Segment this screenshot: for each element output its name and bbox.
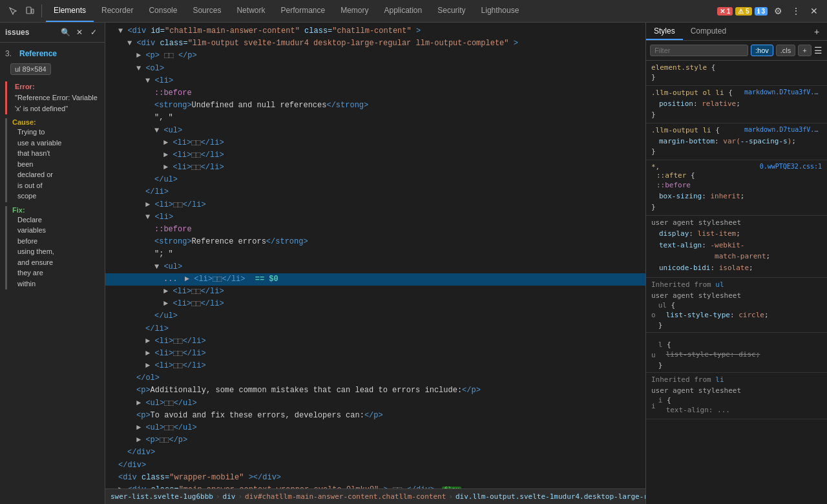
style-selector[interactable]: .llm-output li { [651, 126, 720, 134]
dom-line[interactable]: ► <p> ⬚⬚ </p> [105, 50, 645, 62]
style-property[interactable]: list-style-type: disc; [658, 349, 760, 361]
styles-content: element.style { } .llm-output ol li { ma… [646, 61, 827, 504]
dom-line[interactable]: ► <li>⬚⬚</li> [105, 149, 645, 162]
dom-line[interactable]: <strong>Undefined and null references</s… [105, 100, 645, 112]
dom-line[interactable]: ► <ul>⬚⬚</ul> [105, 397, 645, 410]
inherited-indicator-u: u [651, 351, 656, 359]
error-badge: ✕ 1 [717, 7, 733, 16]
tab-memory[interactable]: Memory [333, 0, 376, 22]
dom-line[interactable]: ► <li>⬚⬚</li> [105, 348, 645, 360]
tab-performance[interactable]: Performance [273, 0, 333, 22]
dom-line: ::before [105, 87, 645, 100]
dom-line[interactable]: ▼ <div id="chatllm-main-answer-content" … [105, 25, 645, 37]
dom-line: </ol> [105, 372, 645, 384]
dom-line[interactable]: <div class="wrapper-mobile" ></div> [105, 472, 645, 484]
style-rule: user agent stylesheet i i { text-align: … [646, 384, 827, 420]
styles-filter-input[interactable] [650, 45, 748, 56]
tab-sources[interactable]: Sources [185, 0, 229, 22]
breadcrumb-item[interactable]: div#chatllm-main-answer-content.chatllm-… [245, 492, 446, 501]
style-property[interactable]: text-align: ... [658, 404, 730, 417]
devtools-toolbar: Elements Recorder Console Sources Networ… [0, 0, 827, 23]
issues-toolbar: issues 🔍 ✕ ✓ [0, 23, 105, 43]
dom-selected-line[interactable]: ... ► <li>⬚⬚</li> == $0 [105, 273, 645, 286]
dom-line[interactable]: ▼ <div class="llm-output svelte-1mudur4 … [105, 37, 645, 50]
style-property[interactable]: display: list-item; [651, 228, 822, 240]
issues-title: issues [5, 28, 29, 37]
issue-header[interactable]: Reference [14, 48, 62, 59]
style-selector[interactable]: .llm-output ol li { [651, 89, 733, 97]
settings-button[interactable]: ⚙ [770, 3, 786, 19]
dom-line[interactable]: ► <li>⬚⬚</li> [105, 360, 645, 372]
dom-line[interactable]: ► <li>⬚⬚</li> [105, 286, 645, 298]
style-property[interactable]: margin-bottom: var(--spacing-s); [651, 136, 822, 148]
style-source[interactable]: 0.wwPTQE32.css:1 [760, 163, 822, 181]
pseudo-filter-button[interactable]: :hov [751, 45, 773, 56]
style-rule-inherited: u l { list-style-type: disc; } [646, 335, 827, 373]
dom-line[interactable]: ► <li>⬚⬚</li> [105, 335, 645, 348]
fix-text: Declarevariablesbeforeusing them,and ens… [12, 214, 105, 290]
style-rule: user agent stylesheet display: list-item… [646, 216, 827, 278]
style-source[interactable]: markdown.D7tua3fV.css… [744, 89, 822, 98]
search-issues-button[interactable]: 🔍 [59, 26, 71, 38]
dom-line[interactable]: ▼ <ol> [105, 63, 645, 75]
style-rule: .llm-output li { markdown.D7tua3fV.css… … [646, 123, 827, 161]
tab-network[interactable]: Network [229, 0, 273, 22]
style-source[interactable]: markdown.D7tua3fV.css… [744, 126, 822, 136]
breadcrumb-item[interactable]: swer-list.svelte-1ug6bbb [110, 492, 213, 501]
dom-line[interactable]: ► <li>⬚⬚</li> [105, 162, 645, 174]
check-issues-button[interactable]: ✓ [88, 26, 99, 38]
inspect-element-button[interactable] [5, 3, 21, 19]
dom-line[interactable]: <p>To avoid and fix these errors, develo… [105, 410, 645, 422]
class-filter-button[interactable]: .cls [776, 45, 796, 56]
dom-line[interactable]: ► <p>⬚⬚</p> [105, 434, 645, 446]
close-issues-button[interactable]: ✕ [74, 26, 85, 38]
inherited-from-li: Inherited from li [646, 373, 827, 384]
tab-console[interactable]: Console [141, 0, 185, 22]
breadcrumb-item[interactable]: div.llm-output.svelte-1mudur4.desktop-la… [455, 492, 645, 501]
dom-line[interactable]: ► <li>⬚⬚</li> [105, 199, 645, 211]
inherited-block-u: l { list-style-type: disc; } [658, 341, 760, 370]
dom-line[interactable]: ► <li>⬚⬚</li> [105, 298, 645, 310]
dom-line[interactable]: ▼ <li> [105, 211, 645, 224]
dom-line[interactable]: ▼ <ul> [105, 125, 645, 137]
dom-line[interactable]: <p>Additionally, some common mistakes th… [105, 384, 645, 397]
dom-line[interactable]: ▼ <ul> [105, 261, 645, 273]
breadcrumb-item[interactable]: div [223, 492, 236, 501]
tab-computed[interactable]: Computed [683, 23, 734, 40]
tab-styles[interactable]: Styles [646, 23, 683, 40]
device-toolbar-button[interactable] [22, 3, 37, 19]
tab-security[interactable]: Security [430, 0, 473, 22]
close-button[interactable]: ✕ [806, 3, 822, 19]
styles-filter-bar: :hov .cls + ☰ [646, 41, 827, 61]
add-class-button[interactable]: + [798, 45, 811, 56]
style-selector[interactable]: element.style { [651, 63, 822, 72]
tab-elements[interactable]: Elements [46, 0, 94, 22]
computed-sidebar-button[interactable]: ☰ [814, 43, 823, 58]
style-property[interactable]: position: relative; [651, 98, 822, 110]
pseudo-element-label: ::before [651, 181, 822, 189]
dom-line: </li> [105, 186, 645, 198]
style-property[interactable]: unicode-bidi: isolate; [651, 262, 822, 275]
style-selector[interactable]: *,::after { [651, 163, 695, 180]
dom-line: </div> [105, 446, 645, 459]
add-style-rule-button[interactable]: + [809, 24, 824, 39]
info-badge: ℹ 3 [755, 7, 768, 16]
dom-line[interactable]: ► <ul>⬚⬚</ul> [105, 422, 645, 434]
dom-line[interactable]: ► <li>⬚⬚</li> [105, 137, 645, 149]
dom-line: </ul> [105, 310, 645, 322]
more-button[interactable]: ⋮ [788, 3, 804, 19]
style-rule: element.style { } [646, 61, 827, 86]
dom-line[interactable]: ► <div class="main-answer-context-wrappe… [105, 484, 645, 488]
style-property[interactable]: list-style-type: circle; [658, 310, 769, 322]
dom-line[interactable]: ▼ <li> [105, 75, 645, 87]
toolbar-right: ✕ 1 ⚠ 5 ℹ 3 ⚙ ⋮ ✕ [717, 3, 822, 19]
style-property[interactable]: text-align: -webkit- match-parent; [651, 240, 822, 262]
tab-recorder[interactable]: Recorder [94, 0, 141, 22]
toolbar-separator-1 [41, 5, 42, 17]
tab-application[interactable]: Application [377, 0, 430, 22]
dom-line[interactable]: <strong>Reference errors</strong> [105, 236, 645, 248]
styles-panel: Styles Computed + :hov .cls + ☰ element.… [646, 23, 827, 504]
dom-panel: ▼ <div id="chatllm-main-answer-content" … [105, 23, 646, 504]
tab-lighthouse[interactable]: Lighthouse [474, 0, 527, 22]
style-property[interactable]: box-sizing: inherit; [651, 191, 822, 203]
